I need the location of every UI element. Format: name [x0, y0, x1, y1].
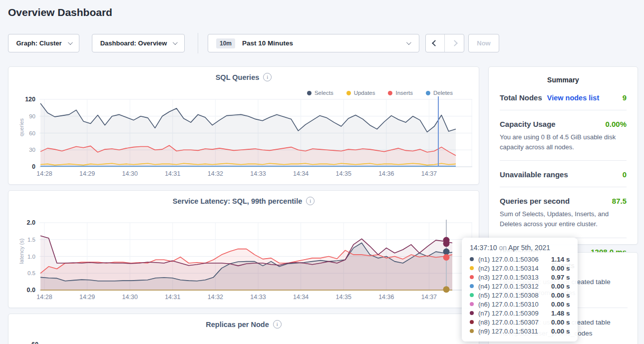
graph-dropdown[interactable]: Graph: Cluster — [8, 34, 79, 52]
chevron-down-icon — [406, 40, 411, 45]
x-tick-label: 14:34 — [293, 170, 309, 177]
x-tick-label: 14:37 — [421, 294, 437, 301]
y-tick-label: 120 — [25, 96, 35, 103]
node-latency-value: 0.00 s — [551, 301, 570, 308]
toolbar-divider — [198, 33, 198, 53]
queries-per-second-value: 87.5 — [612, 197, 627, 205]
node-address: (n5) 127.0.0.1:50308 — [478, 292, 551, 299]
node-color-dot-icon — [470, 302, 474, 306]
x-tick-label: 14:31 — [165, 294, 180, 301]
y-tick-label: 0.0 — [27, 287, 35, 294]
info-icon[interactable] — [273, 320, 282, 329]
chevron-down-icon — [67, 40, 72, 45]
y-tick-label: 1.0 — [27, 254, 35, 260]
y-tick-label: 30 — [29, 147, 35, 153]
tooltip-node-row: (n3) 127.0.0.1:503130.97 s — [470, 273, 571, 282]
node-address: (n9) 127.0.0.1:50311 — [478, 328, 551, 335]
node-latency-value: 0.00 s — [551, 319, 570, 326]
node-color-dot-icon — [470, 266, 474, 270]
chevron-left-icon — [432, 40, 438, 46]
x-tick-label: 14:33 — [250, 294, 266, 301]
info-icon[interactable] — [306, 197, 315, 205]
replicas-per-node-card: Replicas per Node 60 — [8, 314, 479, 344]
prev-time-button[interactable] — [426, 34, 445, 52]
unavailable-ranges-label: Unavailable ranges — [500, 170, 568, 179]
tooltip-node-row: (n8) 127.0.0.1:503070.00 s — [470, 318, 571, 327]
x-tick-label: 14:33 — [250, 170, 266, 177]
capacity-usage-description: You are using 0 B of 4.5 GiB usable disk… — [500, 132, 627, 152]
time-range-selector[interactable]: 10m Past 10 Minutes — [208, 34, 419, 52]
x-tick-label: 14:34 — [293, 294, 309, 301]
queries-per-second-label: Queries per second — [500, 197, 570, 205]
divider — [500, 160, 627, 161]
summary-panel: Summary Total Nodes View nodes list 9 Ca… — [488, 66, 638, 245]
node-address: (n6) 127.0.0.1:50310 — [478, 301, 551, 308]
service-latency-card: Service Latency: SQL, 99th percentile la… — [8, 190, 479, 308]
page-title: Overview Dashboard — [8, 6, 112, 18]
x-tick-label: 14:30 — [122, 170, 138, 177]
y-tick-label: 0.5 — [27, 270, 35, 276]
node-color-dot-icon — [470, 311, 474, 315]
legend-dot-icon — [346, 91, 351, 95]
tooltip-timestamp: 14:37:10 on Apr 5th, 2021 — [470, 244, 571, 252]
x-tick-label: 14:32 — [208, 170, 223, 177]
node-color-dot-icon — [470, 257, 474, 261]
total-nodes-value: 9 — [623, 93, 627, 102]
x-tick-label: 14:37 — [421, 170, 437, 177]
capacity-usage-value: 0.00% — [605, 120, 627, 128]
tooltip-node-row: (n9) 127.0.0.1:503110.00 s — [470, 327, 571, 336]
divider — [500, 187, 627, 187]
node-color-dot-icon — [470, 275, 474, 279]
total-nodes-label: Total Nodes — [500, 93, 542, 102]
now-button[interactable]: Now — [468, 34, 499, 52]
node-address: (n2) 127.0.0.1:50314 — [478, 265, 551, 272]
tooltip-node-row: (n2) 127.0.0.1:503140.00 s — [470, 264, 571, 273]
capacity-usage-label: Capacity Usage — [500, 120, 556, 128]
hover-dot — [443, 286, 450, 293]
x-tick-label: 14:30 — [122, 294, 138, 301]
next-time-button[interactable] — [445, 34, 464, 52]
sql-queries-chart-canvas[interactable]: 030609012014:2814:2914:3014:3114:3214:33… — [8, 95, 479, 180]
x-tick-label: 14:36 — [378, 170, 394, 177]
node-address: (n3) 127.0.0.1:50313 — [478, 274, 551, 281]
now-button-label: Now — [477, 39, 490, 47]
sql-queries-card: SQL Queries SelectsUpdatesInsertsDeletes… — [8, 66, 479, 185]
x-tick-label: 14:32 — [208, 294, 223, 301]
hover-tooltip: 14:37:10 on Apr 5th, 2021 (n1) 127.0.0.1… — [462, 238, 578, 342]
legend-dot-icon — [307, 91, 312, 95]
node-address: (n7) 127.0.0.1:50309 — [478, 310, 551, 317]
dashboard-dropdown-label: Dashboard: Overview — [100, 39, 167, 47]
y-tick-label: 1.5 — [27, 237, 35, 243]
graph-dropdown-label: Graph: Cluster — [16, 39, 61, 47]
time-nav-group — [425, 34, 464, 52]
node-latency-value: 0.00 s — [551, 292, 570, 299]
node-color-dot-icon — [470, 320, 474, 324]
latency-chart-canvas[interactable]: 0.00.51.01.52.014:2814:2914:3014:3114:32… — [8, 219, 479, 304]
view-nodes-list-link[interactable]: View nodes list — [547, 94, 600, 102]
chevron-right-icon — [451, 40, 458, 46]
node-color-dot-icon — [470, 293, 474, 297]
time-range-badge: 10m — [216, 38, 235, 48]
node-latency-value: 1.14 s — [551, 256, 570, 263]
node-latency-value: 0.00 s — [551, 283, 570, 290]
x-tick-label: 14:28 — [36, 170, 52, 177]
dashboard-dropdown[interactable]: Dashboard: Overview — [92, 34, 185, 52]
x-tick-label: 14:29 — [79, 170, 95, 177]
chevron-down-icon — [173, 40, 178, 45]
node-latency-value: 1.48 s — [551, 310, 570, 317]
x-tick-label: 14:31 — [165, 170, 180, 177]
node-color-dot-icon — [470, 329, 474, 333]
queries-per-second-description: Sum of Selects, Updates, Inserts, and De… — [500, 209, 627, 229]
node-address: (n4) 127.0.0.1:50312 — [478, 283, 551, 290]
node-address: (n1) 127.0.0.1:50306 — [478, 256, 551, 263]
y-tick-label: 60 — [29, 130, 35, 136]
hover-dot — [443, 240, 450, 247]
y-tick-label: 2.0 — [27, 219, 35, 226]
tooltip-node-row: (n1) 127.0.0.1:503061.14 s — [470, 255, 571, 264]
x-tick-label: 14:36 — [378, 294, 394, 301]
info-icon[interactable] — [263, 73, 272, 81]
chart-title: Service Latency: SQL, 99th percentile — [173, 197, 303, 205]
y-tick-label: 90 — [29, 113, 35, 119]
x-tick-label: 14:29 — [79, 294, 95, 301]
node-address: (n8) 127.0.0.1:50307 — [478, 319, 551, 326]
